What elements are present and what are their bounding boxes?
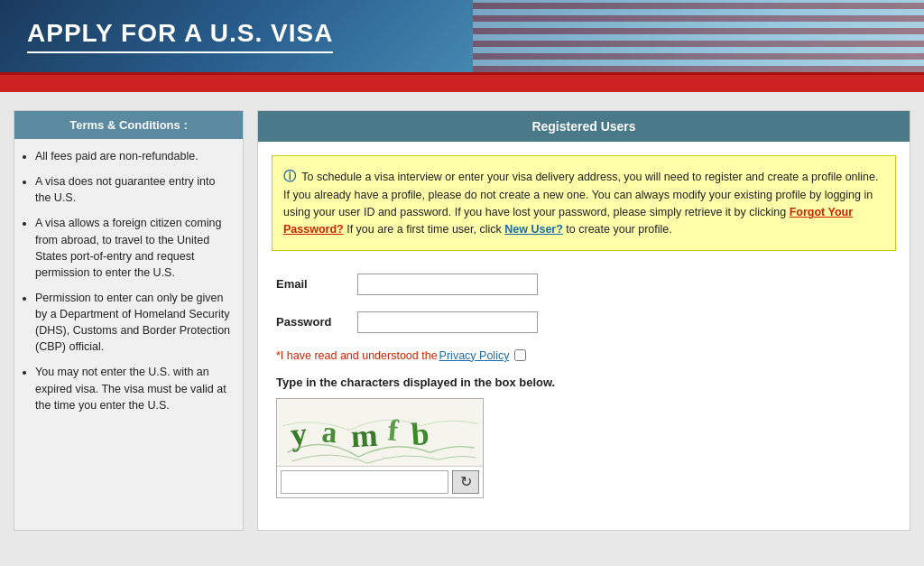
terms-list: All fees paid are non-refundable. A visa… (19, 148, 234, 413)
captcha-svg: y a m f b (277, 399, 483, 466)
email-input[interactable] (357, 274, 538, 295)
svg-text:m: m (350, 417, 379, 454)
captcha-label: Type in the characters displayed in the … (276, 376, 892, 389)
info-icon: ⓘ (283, 169, 296, 183)
list-item: You may not enter the U.S. with an expir… (35, 364, 234, 413)
list-item: A visa allows a foreign citizen coming f… (35, 215, 234, 281)
page-title: APPLY FOR A U.S. VISA (27, 19, 333, 53)
captcha-refresh-button[interactable]: ↻ (452, 470, 479, 494)
notice-text3: to create your profile. (566, 223, 671, 236)
list-item: Permission to enter can only be given by… (35, 290, 234, 356)
email-row: Email (276, 274, 892, 295)
captcha-input-row: ↻ (277, 467, 483, 497)
right-panel: Registered Users ⓘ To schedule a visa in… (257, 110, 910, 531)
notice-box: ⓘ To schedule a visa interview or enter … (272, 155, 896, 251)
form-section: Email Password *I have read and understo… (258, 260, 910, 512)
new-user-link[interactable]: New User? (504, 223, 563, 236)
terms-body: All fees paid are non-refundable. A visa… (14, 139, 243, 431)
privacy-checkbox[interactable] (514, 349, 526, 361)
captcha-input[interactable] (281, 470, 448, 494)
captcha-box: y a m f b ↻ (276, 398, 484, 498)
privacy-row: *I have read and understood the Privacy … (276, 349, 892, 362)
password-label: Password (276, 315, 357, 329)
terms-panel: Terms & Conditions : All fees paid are n… (14, 110, 244, 531)
red-divider (0, 72, 924, 92)
notice-text2: If you are a first time user, click (346, 223, 502, 236)
email-label: Email (276, 277, 357, 291)
terms-header: Terms & Conditions : (14, 111, 243, 139)
privacy-policy-link[interactable]: Privacy Policy (439, 349, 510, 362)
main-content: Terms & Conditions : All fees paid are n… (0, 92, 924, 549)
list-item: A visa does not guarantee entry into the… (35, 173, 234, 206)
captcha-image: y a m f b (277, 399, 483, 467)
refresh-icon: ↻ (460, 473, 472, 490)
page-header: APPLY FOR A U.S. VISA (0, 0, 924, 72)
registered-header: Registered Users (258, 111, 910, 142)
svg-text:b: b (410, 415, 430, 452)
flag-overlay (473, 0, 924, 72)
privacy-text: *I have read and understood the (276, 349, 438, 362)
list-item: All fees paid are non-refundable. (35, 148, 234, 164)
password-input[interactable] (357, 311, 538, 333)
password-row: Password (276, 311, 892, 333)
